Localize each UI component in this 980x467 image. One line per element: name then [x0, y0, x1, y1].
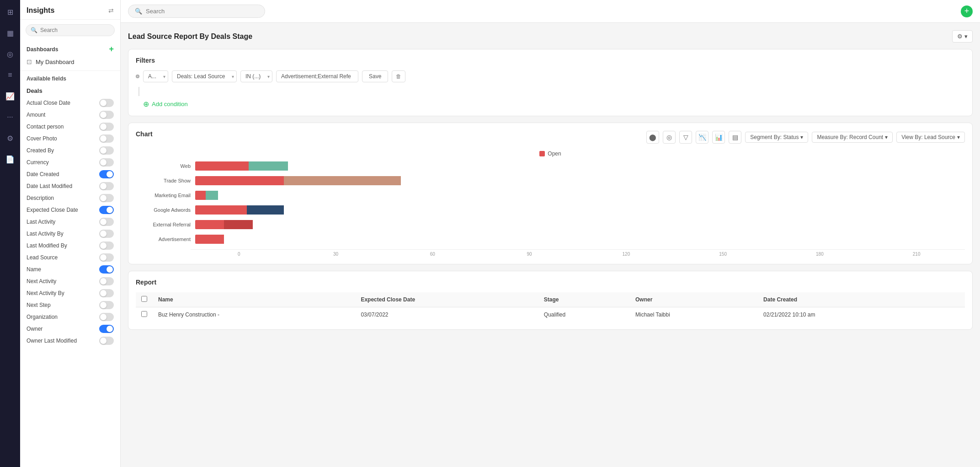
field-label: Created By	[27, 147, 54, 154]
filter-toggle-icon[interactable]: ⇄	[108, 7, 114, 14]
field-toggle[interactable]	[99, 123, 114, 131]
condition-type-wrapper[interactable]: A...	[143, 70, 168, 82]
dashboard-icon: ⊡	[27, 58, 32, 65]
bar-row: Trade Show	[140, 176, 960, 185]
pie-chart-icon-btn[interactable]: ⬤	[646, 131, 659, 144]
dollar-icon[interactable]: ◎	[4, 48, 16, 60]
field-toggle[interactable]	[99, 301, 114, 309]
col-actions	[934, 292, 965, 307]
field-toggle[interactable]	[99, 337, 114, 345]
field-label: Description	[27, 195, 54, 201]
report-settings-button[interactable]: ⚙ ▾	[952, 30, 973, 43]
field-toggle[interactable]	[99, 253, 114, 262]
field-toggle[interactable]	[99, 182, 114, 190]
field-select-wrapper[interactable]: Deals: Lead Source	[172, 70, 237, 82]
grid-icon[interactable]: ⊞	[4, 5, 16, 18]
field-toggle[interactable]	[99, 99, 114, 107]
operator-select[interactable]: IN (...)	[240, 70, 272, 82]
field-label: Name	[27, 266, 41, 273]
donut-chart-icon-btn[interactable]: ◎	[663, 131, 676, 144]
save-filter-button[interactable]: Save	[362, 70, 388, 82]
sidebar-search[interactable]: 🔍	[26, 24, 115, 36]
field-toggle[interactable]	[99, 170, 114, 178]
bar-row: Web	[140, 161, 960, 171]
field-toggle[interactable]	[99, 194, 114, 202]
axis-tick: 210	[868, 252, 965, 257]
field-label: Next Activity	[27, 278, 56, 284]
row-checkbox[interactable]	[141, 311, 147, 317]
bar-chart-icon-btn[interactable]: 📊	[712, 131, 725, 144]
field-row: Owner	[20, 323, 120, 335]
segment-by-dropdown[interactable]: Segment By: Status ▾	[745, 132, 808, 143]
available-fields-label: Available fields	[20, 70, 120, 85]
topbar-search-input[interactable]	[146, 8, 258, 15]
field-toggle[interactable]	[99, 230, 114, 238]
bar-segment	[195, 191, 206, 200]
bar-row: External Referral	[140, 220, 960, 229]
topbar: 🔍 +	[121, 0, 980, 23]
chart-legend: Open	[136, 150, 965, 157]
field-toggle[interactable]	[99, 134, 114, 143]
report-table-body: Buz Henry Construction - 03/07/2022 Qual…	[136, 307, 965, 322]
operator-select-wrapper[interactable]: IN (...)	[240, 70, 272, 82]
bar-label: Google Adwords	[140, 207, 191, 213]
bar-label: Advertisement	[140, 236, 191, 242]
field-toggle[interactable]	[99, 111, 114, 119]
view-by-dropdown[interactable]: View By: Lead Source ▾	[896, 132, 965, 143]
field-row: Last Modified By	[20, 240, 120, 252]
topbar-search[interactable]: 🔍	[128, 5, 265, 18]
report-card: Report Name Expected Close Date Stage Ow…	[128, 271, 973, 330]
field-row: Contact person	[20, 121, 120, 133]
field-row: Date Created	[20, 168, 120, 180]
field-select[interactable]: Deals: Lead Source	[172, 70, 237, 82]
chart-axis: 0306090120150180210	[191, 249, 965, 257]
bar-segment	[195, 205, 247, 215]
select-all-checkbox[interactable]	[141, 296, 147, 302]
field-row: Cover Photo	[20, 133, 120, 145]
sidebar-search-input[interactable]	[40, 27, 110, 33]
field-row: Owner Last Modified	[20, 335, 120, 347]
add-button[interactable]: +	[961, 5, 973, 17]
field-toggle[interactable]	[99, 277, 114, 285]
add-condition-button[interactable]: ⊕ Add condition	[136, 100, 965, 108]
analytics-icon[interactable]: 📈	[4, 90, 16, 102]
sidebar-title: Insights	[27, 6, 54, 15]
cell-owner: Michael Taibbi	[630, 307, 758, 322]
field-toggle[interactable]	[99, 218, 114, 226]
docs-icon[interactable]: 📄	[4, 153, 16, 166]
list-icon[interactable]: ≡	[4, 69, 16, 81]
settings-icon[interactable]: ⚙	[4, 132, 16, 145]
field-label: Amount	[27, 112, 45, 118]
field-toggle[interactable]	[99, 289, 114, 297]
measure-by-dropdown[interactable]: Measure By: Record Count ▾	[812, 132, 893, 143]
field-toggle[interactable]	[99, 158, 114, 166]
bar-row: Advertisement	[140, 235, 960, 244]
field-toggle[interactable]	[99, 313, 114, 321]
field-toggle[interactable]	[99, 146, 114, 155]
filter-value-input[interactable]	[276, 70, 358, 82]
field-label: Owner Last Modified	[27, 338, 77, 344]
field-toggle[interactable]	[99, 206, 114, 214]
bar-segment	[195, 220, 224, 229]
field-row: Next Activity	[20, 275, 120, 287]
field-toggle[interactable]	[99, 242, 114, 250]
cell-actions	[934, 307, 965, 322]
bar-segment	[284, 176, 401, 185]
add-condition-label: Add condition	[152, 101, 188, 107]
more-icon[interactable]: ···	[4, 111, 16, 123]
line-chart-icon-btn[interactable]: 📉	[696, 131, 708, 144]
delete-filter-button[interactable]: 🗑	[392, 70, 405, 82]
bar-track	[195, 220, 960, 229]
stacked-chart-icon-btn[interactable]: ▤	[729, 131, 741, 144]
filter-icon-btn[interactable]: ▽	[679, 131, 692, 144]
legend-dot-open	[539, 151, 545, 156]
chart-bar-icon[interactable]: ▦	[4, 27, 16, 39]
field-toggle[interactable]	[99, 265, 114, 274]
bar-row: Google Adwords	[140, 205, 960, 215]
add-dashboard-icon[interactable]: +	[109, 44, 114, 54]
condition-type-select[interactable]: A...	[143, 70, 168, 82]
axis-tick: 60	[384, 252, 481, 257]
col-owner: Owner	[630, 292, 758, 307]
field-toggle[interactable]	[99, 325, 114, 333]
sidebar-item-my-dashboard[interactable]: ⊡ My Dashboard	[20, 56, 120, 68]
